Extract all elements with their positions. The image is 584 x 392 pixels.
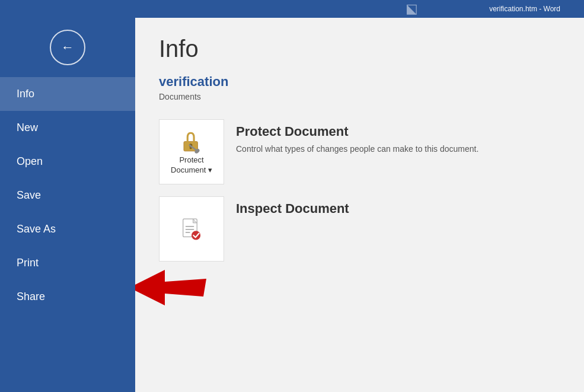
window-title: verification.htm - Word: [489, 5, 560, 13]
lock-icon: [178, 129, 205, 155]
sidebar-item-save-as[interactable]: Save As: [0, 212, 135, 246]
protect-document-label: ProtectDocument ▾: [171, 155, 212, 176]
svg-point-11: [192, 231, 200, 240]
red-arrow-svg: [135, 267, 206, 308]
word-icon: ⬕: [406, 1, 418, 17]
sidebar: ← Info New Open Save Save As Print Share: [0, 18, 135, 392]
protect-document-content: Protect Document Control what types of c…: [236, 119, 478, 155]
protect-document-card: ProtectDocument ▾ Protect Document Contr…: [159, 119, 560, 184]
sidebar-item-open[interactable]: Open: [0, 145, 135, 179]
inspect-document-title: Inspect Document: [236, 201, 349, 216]
inspect-document-button[interactable]: [159, 196, 224, 262]
title-bar: ⬕ verification.htm - Word: [0, 0, 584, 18]
page-title: Info: [159, 36, 560, 62]
content-area: Info verification Documents: [135, 18, 584, 392]
sidebar-item-print[interactable]: Print: [0, 246, 135, 280]
document-name: verification: [159, 74, 560, 90]
sidebar-item-new[interactable]: New: [0, 111, 135, 145]
sidebar-item-share[interactable]: Share: [0, 280, 135, 314]
inspect-icon: [179, 216, 204, 241]
sidebar-item-save[interactable]: Save: [0, 179, 135, 212]
svg-marker-12: [135, 270, 206, 305]
document-path: Documents: [159, 92, 560, 101]
inspect-document-content: Inspect Document: [236, 196, 349, 220]
protect-document-title: Protect Document: [236, 124, 478, 139]
protect-document-desc: Control what types of changes people can…: [236, 143, 478, 155]
main-layout: ← Info New Open Save Save As Print Share…: [0, 18, 584, 392]
back-arrow-icon: ←: [61, 40, 74, 55]
back-button[interactable]: ←: [50, 30, 85, 65]
sidebar-item-info[interactable]: Info: [0, 77, 135, 111]
inspect-document-card: Inspect Document: [159, 196, 560, 262]
protect-document-button[interactable]: ProtectDocument ▾: [159, 119, 224, 184]
